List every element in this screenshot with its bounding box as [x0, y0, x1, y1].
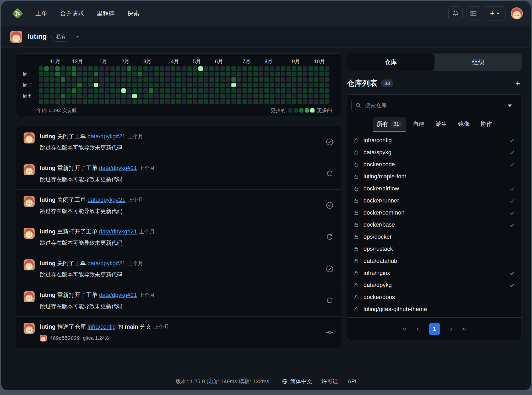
repo-filter-tab[interactable]: 镜像: [454, 117, 473, 132]
heatmap-cell: [270, 77, 274, 82]
repo-search-input[interactable]: [365, 102, 502, 109]
repo-list-item[interactable]: infra/config: [350, 134, 519, 146]
nav-link-merge-requests[interactable]: 合并请求: [60, 9, 84, 18]
heatmap-cell: [149, 88, 153, 93]
create-new-button[interactable]: +: [484, 6, 506, 20]
pagination-last[interactable]: »: [462, 325, 466, 333]
feed-avatar: [24, 259, 35, 270]
heatmap-cell: [55, 66, 60, 71]
feed-target-link[interactable]: data/dpykg#21: [88, 196, 125, 203]
feed-actor-link[interactable]: luting: [40, 292, 56, 298]
feed-target-link[interactable]: data/dpykg#21: [88, 260, 125, 266]
issue-closed-icon: [326, 138, 334, 146]
footer-link-label: API: [348, 378, 356, 385]
feed-item-text: 跳过存在版本可能导致未更新代码: [40, 207, 319, 215]
heatmap-cell: [187, 99, 192, 104]
feed-item-title: luting 重新打开了工单 data/dpykg#21上个月: [40, 228, 319, 236]
feed-actor-link[interactable]: luting: [40, 323, 56, 330]
repo-org-tabs: 仓库组织: [347, 54, 522, 71]
pagination-next[interactable]: ›: [450, 325, 452, 333]
repo-filter-tab[interactable]: 派生: [432, 117, 451, 132]
repo-list-item[interactable]: docker/doris: [350, 291, 519, 303]
heatmap-cell: [204, 99, 208, 104]
nav-link-issues[interactable]: 工单: [35, 9, 47, 18]
footer-licenses-link[interactable]: 许可证: [322, 378, 338, 385]
heatmap-cell: [121, 83, 126, 87]
heatmap-cell: [292, 77, 296, 82]
heatmap-cell: [66, 72, 71, 76]
repo-filter-button[interactable]: [502, 99, 517, 112]
repo-list-item[interactable]: ops/docker: [350, 231, 519, 243]
heatmap-cell: [308, 77, 313, 82]
new-repo-button[interactable]: +: [514, 79, 522, 88]
lock-icon: [354, 222, 359, 228]
feed-avatar: [24, 291, 35, 302]
repo-list-item[interactable]: data/datahub: [350, 255, 519, 267]
heatmap-cell: [319, 88, 324, 93]
repo-filter-tab[interactable]: 所有31: [373, 117, 405, 132]
repo-list-item[interactable]: luting/gitea-github-theme: [350, 303, 519, 315]
heatmap-cell: [248, 88, 252, 93]
repo-filter-label: 所有: [377, 120, 388, 128]
repo-list-item[interactable]: docker/common: [350, 207, 519, 219]
legend-swatch: [305, 108, 309, 113]
repo-list-item[interactable]: docker/code: [350, 158, 519, 170]
admin-panel-button[interactable]: [466, 6, 480, 20]
heatmap-cell: [314, 88, 318, 93]
heatmap-cell: [171, 77, 175, 82]
heatmap-cell: [127, 88, 131, 93]
footer-language-menu[interactable]: 简体中文: [282, 378, 312, 385]
lock-icon: [354, 210, 359, 216]
repo-list-item[interactable]: infra/nginx: [350, 267, 519, 279]
repo-filter-tab[interactable]: 自建: [409, 117, 428, 132]
repo-list-item[interactable]: docker/base: [350, 219, 519, 231]
heatmap-cell: [154, 83, 159, 87]
feed-actor-link[interactable]: luting: [40, 133, 56, 140]
footer-api-link[interactable]: API: [348, 378, 356, 385]
pagination-page-1[interactable]: 1: [429, 323, 440, 335]
panel-tab-organizations[interactable]: 组织: [435, 54, 522, 71]
heatmap-cell: [55, 83, 60, 87]
commit-hash-link[interactable]: f69d552029: [50, 335, 80, 341]
feed-commit-line: f69d552029gitea 1.24.6: [40, 334, 319, 342]
feed-target-link[interactable]: data/dpykg#21: [88, 133, 125, 140]
gitea-logo-icon[interactable]: [11, 7, 24, 20]
feed-item-text: 跳过存在版本可能导致未更新代码: [40, 303, 319, 310]
notifications-button[interactable]: [448, 6, 463, 20]
heatmap-cell: [215, 83, 219, 87]
feed-actor-link[interactable]: luting: [40, 196, 56, 203]
heatmap-cell: [154, 77, 159, 82]
nav-link-milestones[interactable]: 里程碑: [97, 9, 115, 18]
repo-list-item[interactable]: data/dpykg: [350, 279, 519, 291]
heatmap-cell: [231, 94, 236, 98]
repo-list-item[interactable]: docker/airflow: [350, 183, 519, 195]
heatmap-cell: [61, 77, 65, 82]
heatmap-cell: [160, 66, 164, 71]
heatmap-day-label: 周一: [23, 71, 38, 78]
heatmap-cell: [237, 88, 241, 93]
feed-actor-link[interactable]: luting: [40, 228, 56, 235]
profile-chevron-down-icon[interactable]: [76, 36, 79, 38]
feed-target-link[interactable]: data/dpykg#21: [99, 292, 137, 298]
feed-target-link[interactable]: data/dpykg#21: [99, 165, 137, 171]
repo-list-item[interactable]: docker/runner: [350, 195, 519, 207]
feed-target-link[interactable]: data/dpykg#21: [99, 228, 137, 235]
feed-item-title: luting 推送了仓库 infra/config 的 main 分支上个月: [40, 323, 319, 331]
feed-actor-link[interactable]: luting: [40, 260, 56, 266]
repo-list-item[interactable]: data/spykg: [350, 146, 519, 158]
repo-filter-tab[interactable]: 协作: [477, 117, 496, 132]
heatmap-cell: [325, 99, 329, 104]
repo-list-item[interactable]: luting/maple-font: [350, 170, 519, 183]
feed-target-link[interactable]: infra/config: [88, 323, 116, 330]
heatmap-cell: [165, 99, 170, 104]
nav-link-explore[interactable]: 探索: [127, 9, 139, 18]
repo-list-item[interactable]: ops/rustack: [350, 243, 519, 255]
heatmap-cell: [286, 99, 291, 104]
repo-list-header: 仓库列表 33 +: [347, 78, 522, 89]
repo-name: data/spykg: [363, 149, 391, 156]
heatmap-cell: [110, 83, 115, 87]
user-menu-avatar[interactable]: [511, 7, 523, 19]
panel-tab-repositories[interactable]: 仓库: [347, 54, 435, 71]
feed-actor-link[interactable]: luting: [40, 165, 56, 171]
ci-success-check-icon: [509, 222, 515, 228]
